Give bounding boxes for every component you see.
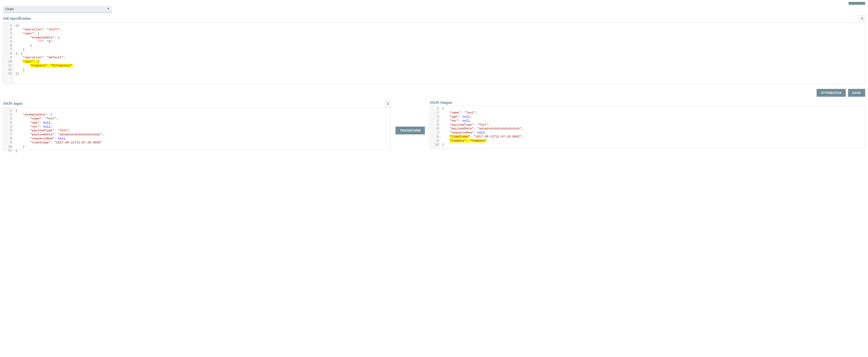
- spec-title: Jolt Specification: [3, 17, 31, 21]
- format-icon[interactable]: [859, 16, 865, 22]
- attributes-button[interactable]: ATTRIBUTES: [816, 89, 845, 97]
- format-icon[interactable]: [384, 100, 391, 107]
- output-title: JSON Output: [430, 100, 452, 105]
- output-code[interactable]: { "name": "Test", "age": null, "ver": nu…: [440, 106, 865, 148]
- input-editor[interactable]: 1234567891011 { "exampledata": { "name":…: [3, 108, 391, 150]
- input-code[interactable]: { "exampledata": { "name": "Test", "age"…: [13, 108, 391, 150]
- output-gutter: 12345678910: [430, 106, 440, 148]
- top-accent-bar: [848, 2, 865, 5]
- operation-dropdown[interactable]: Chain: [3, 6, 112, 12]
- save-button[interactable]: SAVE: [848, 89, 865, 97]
- spec-code[interactable]: [{ "operation": "shift", "spec": { "exam…: [13, 23, 865, 84]
- output-editor[interactable]: 12345678910 { "name": "Test", "age": nul…: [430, 106, 865, 148]
- transform-button[interactable]: TRANSFORM: [396, 127, 425, 135]
- input-title: JSON Input: [3, 101, 23, 106]
- spec-gutter: 12345678910111213: [3, 23, 13, 84]
- input-gutter: 1234567891011: [3, 108, 13, 150]
- spec-editor[interactable]: 12345678910111213 [{ "operation": "shift…: [3, 23, 865, 84]
